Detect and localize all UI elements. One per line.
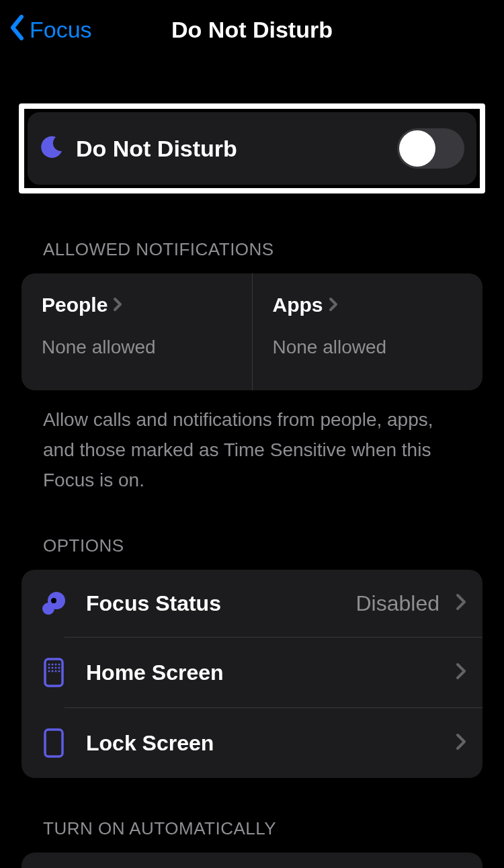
svg-point-5 xyxy=(52,664,54,666)
dnd-label: Do Not Disturb xyxy=(76,136,385,162)
moon-icon xyxy=(40,135,64,162)
allowed-apps-subtitle: None allowed xyxy=(273,337,463,358)
auto-card[interactable] xyxy=(22,853,482,868)
options-section-header: OPTIONS xyxy=(0,535,504,556)
svg-point-4 xyxy=(48,664,50,666)
dnd-toggle-row[interactable]: Do Not Disturb xyxy=(28,112,476,185)
svg-point-15 xyxy=(58,670,60,672)
back-label: Focus xyxy=(30,17,92,43)
row-label: Lock Screen xyxy=(86,731,439,756)
svg-point-14 xyxy=(55,670,57,672)
svg-point-8 xyxy=(48,667,50,669)
options-row-home-screen[interactable]: Home Screen xyxy=(22,638,482,707)
auto-section-header: TURN ON AUTOMATICALLY xyxy=(0,818,504,839)
nav-bar: Focus Do Not Disturb xyxy=(0,0,504,59)
row-label: Home Screen xyxy=(86,660,439,685)
svg-point-13 xyxy=(52,670,54,672)
chevron-right-icon xyxy=(456,593,466,613)
chevron-left-icon xyxy=(9,15,24,44)
svg-point-11 xyxy=(58,667,60,669)
allowed-card: People None allowed Apps None allowed xyxy=(22,273,482,390)
allowed-footer-text: Allow calls and notifications from peopl… xyxy=(0,390,504,495)
options-card: Focus Status Disabled Home Screen Lock S… xyxy=(22,570,482,778)
row-detail: Disabled xyxy=(355,591,439,616)
home-screen-icon xyxy=(38,658,70,687)
svg-rect-3 xyxy=(45,659,62,686)
allowed-people-title: People xyxy=(42,294,108,316)
svg-point-10 xyxy=(55,667,57,669)
allowed-apps-title: Apps xyxy=(273,294,323,316)
svg-point-7 xyxy=(58,664,60,666)
options-row-focus-status[interactable]: Focus Status Disabled xyxy=(22,570,482,637)
svg-point-6 xyxy=(55,664,57,666)
toggle-knob xyxy=(399,130,435,167)
allowed-people-subtitle: None allowed xyxy=(42,337,232,358)
chevron-right-icon xyxy=(456,733,466,753)
svg-point-1 xyxy=(42,603,54,615)
allowed-apps-cell[interactable]: Apps None allowed xyxy=(253,273,483,390)
chevron-right-icon xyxy=(113,294,122,316)
back-button[interactable]: Focus xyxy=(0,15,92,44)
lock-screen-icon xyxy=(38,728,70,758)
svg-point-2 xyxy=(51,598,56,603)
row-label: Focus Status xyxy=(86,591,339,616)
dnd-highlight-frame: Do Not Disturb xyxy=(19,103,485,193)
focus-status-icon xyxy=(38,590,70,617)
svg-rect-16 xyxy=(45,730,62,756)
chevron-right-icon xyxy=(456,662,466,683)
dnd-toggle[interactable] xyxy=(397,128,464,169)
svg-point-12 xyxy=(48,670,50,672)
allowed-people-cell[interactable]: People None allowed xyxy=(22,273,252,390)
allowed-section-header: ALLOWED NOTIFICATIONS xyxy=(0,239,504,260)
svg-point-9 xyxy=(52,667,54,669)
options-row-lock-screen[interactable]: Lock Screen xyxy=(22,708,482,778)
chevron-right-icon xyxy=(329,294,338,316)
